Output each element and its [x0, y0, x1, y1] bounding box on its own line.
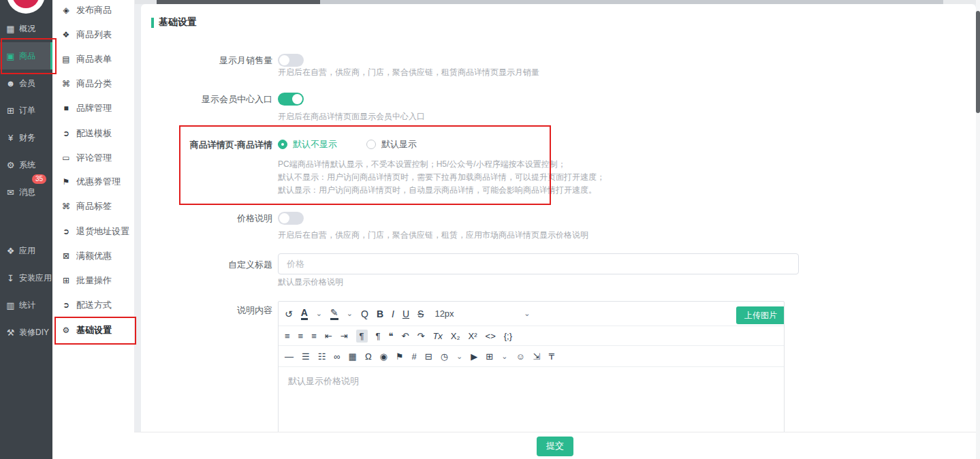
- insert-table-icon[interactable]: ⊞: [486, 352, 493, 361]
- format-painter-icon[interactable]: ₸: [549, 352, 554, 361]
- text-color-chevron-icon[interactable]: ⌄: [316, 310, 322, 317]
- restore-draft-icon[interactable]: ↺: [285, 309, 293, 319]
- horizontal-rule-icon[interactable]: —: [285, 352, 294, 361]
- submenu-item-label: 配送模板: [76, 127, 112, 140]
- font-size-select[interactable]: 12px ⌄: [434, 308, 530, 319]
- indent-icon[interactable]: ⇥: [341, 332, 348, 341]
- numbered-list-icon[interactable]: ☷: [318, 352, 326, 361]
- clear-formatting-icon[interactable]: Tx: [432, 332, 442, 341]
- insert-media-icon[interactable]: ▶: [471, 352, 477, 361]
- subscript-icon[interactable]: X₂: [451, 332, 460, 341]
- submenu-item-coupon-management[interactable]: ⚑优惠券管理: [52, 170, 134, 194]
- code-sample-icon[interactable]: {;}: [504, 332, 512, 341]
- toggle-knob: [279, 55, 289, 65]
- member-center-toggle[interactable]: [278, 93, 304, 106]
- upload-image-button[interactable]: 上传图片: [736, 306, 785, 324]
- submenu-item-delivery-method[interactable]: ➲配送方式: [52, 293, 134, 317]
- monthly-sales-label: 显示月销售量: [141, 55, 272, 65]
- sidebar-item-apps[interactable]: ❖应用: [0, 237, 52, 264]
- superscript-icon[interactable]: X²: [469, 332, 477, 341]
- editor-toolbar-row1: ↺ A ⌄ ✎ ⌄ Q B I U S 12px ⌄ 上传图片: [279, 302, 784, 326]
- monthly-sales-toggle[interactable]: [278, 54, 304, 67]
- price-note-toggle[interactable]: [278, 212, 304, 225]
- text-color-icon[interactable]: A: [301, 308, 308, 320]
- preview-eye-icon[interactable]: ◉: [380, 352, 388, 361]
- highlight-color-icon[interactable]: ✎: [330, 308, 338, 320]
- blockquote-icon[interactable]: ❝: [389, 332, 394, 341]
- radio-default-hide-label[interactable]: 默认不显示: [293, 138, 337, 151]
- align-left-icon[interactable]: ≡: [285, 332, 290, 341]
- submenu-item-product-tags[interactable]: ⌘商品标签: [52, 194, 134, 219]
- submenu-item-comment-management[interactable]: ▭评论管理: [52, 146, 134, 170]
- sidebar-item-finance[interactable]: ¥财务: [0, 124, 52, 151]
- insert-datetime-icon[interactable]: ◷: [441, 352, 448, 361]
- datetime-chevron-icon[interactable]: ⌄: [456, 353, 462, 360]
- editor-content-area[interactable]: 默认显示价格说明: [279, 367, 784, 435]
- link-icon[interactable]: ∞: [334, 352, 340, 361]
- page-scrollbar[interactable]: [976, 0, 980, 459]
- radio-default-show[interactable]: [366, 140, 376, 149]
- table-chevron-icon[interactable]: ⌄: [501, 353, 507, 360]
- sidebar-item-install-apps[interactable]: ↧安装应用: [0, 264, 52, 291]
- insert-image-icon[interactable]: ▦: [349, 352, 357, 361]
- sidebar-item-label: 概况: [19, 23, 35, 35]
- sidebar-item-label: 系统: [19, 159, 35, 171]
- submenu-item-product-form[interactable]: ▤商品表单: [52, 47, 134, 72]
- scrollbar-thumb[interactable]: [976, 11, 980, 113]
- outdent-icon[interactable]: ⇤: [325, 332, 332, 341]
- print-icon[interactable]: ⊟: [425, 352, 432, 361]
- submenu-item-label: 基础设置: [76, 324, 112, 336]
- product-list-icon: ❖: [61, 30, 71, 39]
- bullet-list-icon[interactable]: ☰: [302, 352, 310, 361]
- radio-default-hide[interactable]: [278, 140, 287, 149]
- ltr-paragraph-icon[interactable]: ¶: [356, 330, 368, 343]
- align-right-icon[interactable]: ≡: [311, 332, 317, 341]
- submenu-item-full-discount[interactable]: ⊠满额优惠: [52, 244, 134, 268]
- sidebar-item-products[interactable]: ▣商品: [0, 42, 52, 69]
- strikethrough-icon[interactable]: S: [417, 309, 424, 319]
- submenu-item-label: 商品标签: [76, 200, 112, 212]
- page-break-icon[interactable]: #: [412, 352, 417, 361]
- emoticons-icon[interactable]: ☺: [516, 352, 524, 361]
- bold-icon[interactable]: B: [377, 309, 383, 319]
- search-icon[interactable]: Q: [361, 309, 368, 319]
- submenu-item-delivery-template[interactable]: ➲配送模板: [52, 121, 134, 146]
- submenu-item-publish-product[interactable]: ◈发布商品: [52, 0, 134, 22]
- sidebar-item-members[interactable]: ☻会员: [0, 69, 52, 97]
- custom-title-input[interactable]: [278, 253, 799, 274]
- submit-button[interactable]: 提交: [537, 437, 573, 456]
- fullscreen-icon[interactable]: ⇲: [533, 352, 541, 361]
- submenu-item-label: 商品分类: [76, 78, 112, 90]
- submenu-item-product-category[interactable]: ⌘商品分类: [52, 72, 134, 96]
- code-icon[interactable]: <>: [486, 332, 496, 341]
- monthly-sales-help: 开启后在自营，供应商，门店，聚合供应链，租赁商品详情页显示月销量: [278, 66, 539, 79]
- submenu-item-brand-management[interactable]: ■品牌管理: [52, 96, 134, 121]
- diy-hammer-icon: ⚒: [5, 328, 16, 338]
- italic-icon[interactable]: I: [392, 309, 394, 319]
- redo-icon[interactable]: ↷: [417, 332, 424, 341]
- rtl-paragraph-icon[interactable]: ¶: [376, 332, 381, 341]
- anchor-bookmark-icon[interactable]: ⚑: [396, 352, 404, 361]
- submenu-item-return-address[interactable]: ➲退货地址设置: [52, 219, 134, 244]
- align-center-icon[interactable]: ≡: [298, 332, 304, 341]
- sidebar-item-diy[interactable]: ⚒装修DIY: [0, 319, 52, 346]
- chevron-down-icon: ⌄: [524, 310, 530, 317]
- gift-icon: ⊠: [61, 251, 71, 261]
- special-character-icon[interactable]: Ω: [365, 352, 372, 361]
- sidebar-item-overview[interactable]: ▦概况: [0, 15, 52, 42]
- undo-icon[interactable]: ↶: [402, 332, 409, 341]
- submenu-item-label: 配送方式: [76, 299, 112, 311]
- submenu-item-basic-settings[interactable]: ⚙基础设置: [52, 318, 134, 343]
- sidebar-item-orders[interactable]: ⊞订单: [0, 97, 52, 124]
- product-detail-help-line3: 默认显示：用户访问商品详情页时，自动显示商品详情，可能会影响商品详情打开速度。: [278, 184, 597, 197]
- underline-icon[interactable]: U: [402, 309, 409, 319]
- submenu-item-batch-operations[interactable]: ⊞批量操作: [52, 268, 134, 293]
- truck-icon: ➲: [61, 300, 71, 310]
- sidebar-item-label: 应用: [19, 245, 35, 257]
- submenu-item-product-list[interactable]: ❖商品列表: [52, 22, 134, 47]
- store-logo-avatar[interactable]: [7, 0, 45, 14]
- radio-default-show-label[interactable]: 默认显示: [381, 138, 417, 151]
- sidebar-item-statistics[interactable]: ▥统计: [0, 291, 52, 319]
- sidebar-item-system[interactable]: ⚙系统: [0, 151, 52, 178]
- highlight-color-chevron-icon[interactable]: ⌄: [347, 310, 353, 317]
